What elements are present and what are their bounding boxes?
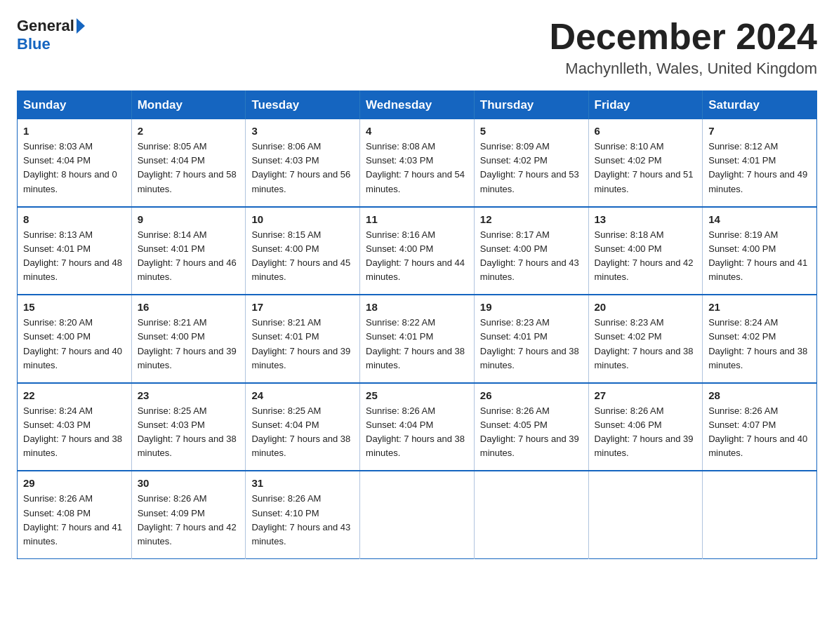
day-number: 12 — [480, 213, 583, 225]
calendar-week-row: 1 Sunrise: 8:03 AMSunset: 4:04 PMDayligh… — [18, 119, 817, 207]
calendar-day-cell: 2 Sunrise: 8:05 AMSunset: 4:04 PMDayligh… — [131, 119, 246, 207]
day-info: Sunrise: 8:21 AMSunset: 4:00 PMDaylight:… — [138, 317, 237, 370]
logo: General Blue — [17, 17, 87, 53]
day-info: Sunrise: 8:26 AMSunset: 4:08 PMDaylight:… — [23, 493, 122, 546]
day-number: 22 — [23, 389, 126, 401]
day-info: Sunrise: 8:19 AMSunset: 4:00 PMDaylight:… — [708, 229, 807, 282]
calendar-day-cell: 10 Sunrise: 8:15 AMSunset: 4:00 PMDaylig… — [246, 207, 360, 295]
day-number: 7 — [708, 125, 811, 137]
calendar-day-cell — [474, 471, 588, 558]
calendar-day-cell: 8 Sunrise: 8:13 AMSunset: 4:01 PMDayligh… — [18, 207, 132, 295]
day-info: Sunrise: 8:20 AMSunset: 4:00 PMDaylight:… — [23, 317, 122, 370]
day-info: Sunrise: 8:23 AMSunset: 4:02 PMDaylight:… — [595, 317, 694, 370]
calendar-day-cell: 4 Sunrise: 8:08 AMSunset: 4:03 PMDayligh… — [360, 119, 475, 207]
day-info: Sunrise: 8:16 AMSunset: 4:00 PMDaylight:… — [366, 229, 465, 282]
calendar-day-cell: 30 Sunrise: 8:26 AMSunset: 4:09 PMDaylig… — [131, 471, 246, 558]
calendar-day-cell — [588, 471, 703, 558]
day-number: 21 — [708, 301, 811, 313]
day-info: Sunrise: 8:06 AMSunset: 4:03 PMDaylight:… — [251, 141, 350, 194]
day-number: 9 — [138, 213, 240, 225]
day-number: 10 — [251, 213, 354, 225]
day-number: 1 — [23, 125, 126, 137]
day-info: Sunrise: 8:23 AMSunset: 4:01 PMDaylight:… — [480, 317, 579, 370]
day-info: Sunrise: 8:22 AMSunset: 4:01 PMDaylight:… — [366, 317, 465, 370]
day-number: 16 — [138, 301, 240, 313]
day-number: 23 — [138, 389, 240, 401]
calendar-table: Sunday Monday Tuesday Wednesday Thursday… — [17, 90, 817, 559]
col-friday: Friday — [588, 91, 703, 120]
day-info: Sunrise: 8:10 AMSunset: 4:02 PMDaylight:… — [595, 141, 694, 194]
calendar-day-cell: 23 Sunrise: 8:25 AMSunset: 4:03 PMDaylig… — [131, 383, 246, 471]
calendar-day-cell: 14 Sunrise: 8:19 AMSunset: 4:00 PMDaylig… — [703, 207, 817, 295]
day-info: Sunrise: 8:03 AMSunset: 4:04 PMDaylight:… — [23, 141, 117, 194]
day-number: 6 — [595, 125, 697, 137]
day-number: 26 — [480, 389, 583, 401]
col-saturday: Saturday — [703, 91, 817, 120]
page-header: General Blue December 2024 Machynlleth, … — [17, 17, 817, 78]
day-info: Sunrise: 8:24 AMSunset: 4:02 PMDaylight:… — [708, 317, 807, 370]
calendar-day-cell: 18 Sunrise: 8:22 AMSunset: 4:01 PMDaylig… — [360, 295, 475, 383]
col-tuesday: Tuesday — [246, 91, 360, 120]
day-number: 24 — [251, 389, 354, 401]
calendar-day-cell: 5 Sunrise: 8:09 AMSunset: 4:02 PMDayligh… — [474, 119, 588, 207]
calendar-day-cell: 9 Sunrise: 8:14 AMSunset: 4:01 PMDayligh… — [131, 207, 246, 295]
calendar-day-cell: 13 Sunrise: 8:18 AMSunset: 4:00 PMDaylig… — [588, 207, 703, 295]
day-info: Sunrise: 8:18 AMSunset: 4:00 PMDaylight:… — [595, 229, 694, 282]
col-sunday: Sunday — [18, 91, 132, 120]
logo-general-text: General — [17, 17, 74, 35]
calendar-day-cell: 15 Sunrise: 8:20 AMSunset: 4:00 PMDaylig… — [18, 295, 132, 383]
day-number: 29 — [23, 477, 126, 489]
calendar-day-cell: 29 Sunrise: 8:26 AMSunset: 4:08 PMDaylig… — [18, 471, 132, 558]
day-number: 3 — [251, 125, 354, 137]
day-number: 2 — [138, 125, 240, 137]
calendar-day-cell: 17 Sunrise: 8:21 AMSunset: 4:01 PMDaylig… — [246, 295, 360, 383]
day-number: 27 — [595, 389, 697, 401]
calendar-week-row: 8 Sunrise: 8:13 AMSunset: 4:01 PMDayligh… — [18, 207, 817, 295]
day-info: Sunrise: 8:26 AMSunset: 4:06 PMDaylight:… — [595, 405, 694, 458]
calendar-day-cell: 11 Sunrise: 8:16 AMSunset: 4:00 PMDaylig… — [360, 207, 475, 295]
calendar-day-cell: 3 Sunrise: 8:06 AMSunset: 4:03 PMDayligh… — [246, 119, 360, 207]
day-number: 5 — [480, 125, 583, 137]
day-info: Sunrise: 8:26 AMSunset: 4:07 PMDaylight:… — [708, 405, 807, 458]
calendar-week-row: 29 Sunrise: 8:26 AMSunset: 4:08 PMDaylig… — [18, 471, 817, 558]
calendar-header-row: Sunday Monday Tuesday Wednesday Thursday… — [18, 91, 817, 120]
calendar-day-cell: 12 Sunrise: 8:17 AMSunset: 4:00 PMDaylig… — [474, 207, 588, 295]
calendar-day-cell: 21 Sunrise: 8:24 AMSunset: 4:02 PMDaylig… — [703, 295, 817, 383]
day-number: 19 — [480, 301, 583, 313]
month-title: December 2024 — [549, 17, 817, 57]
day-number: 25 — [366, 389, 468, 401]
day-number: 18 — [366, 301, 468, 313]
day-info: Sunrise: 8:15 AMSunset: 4:00 PMDaylight:… — [251, 229, 350, 282]
day-info: Sunrise: 8:12 AMSunset: 4:01 PMDaylight:… — [708, 141, 807, 194]
day-info: Sunrise: 8:14 AMSunset: 4:01 PMDaylight:… — [138, 229, 237, 282]
calendar-day-cell: 31 Sunrise: 8:26 AMSunset: 4:10 PMDaylig… — [246, 471, 360, 558]
day-number: 20 — [595, 301, 697, 313]
day-info: Sunrise: 8:26 AMSunset: 4:04 PMDaylight:… — [366, 405, 465, 458]
day-number: 14 — [708, 213, 811, 225]
day-info: Sunrise: 8:13 AMSunset: 4:01 PMDaylight:… — [23, 229, 122, 282]
day-number: 13 — [595, 213, 697, 225]
day-info: Sunrise: 8:26 AMSunset: 4:05 PMDaylight:… — [480, 405, 579, 458]
calendar-day-cell — [360, 471, 475, 558]
day-number: 11 — [366, 213, 468, 225]
day-info: Sunrise: 8:05 AMSunset: 4:04 PMDaylight:… — [138, 141, 237, 194]
day-info: Sunrise: 8:25 AMSunset: 4:03 PMDaylight:… — [138, 405, 237, 458]
calendar-day-cell: 19 Sunrise: 8:23 AMSunset: 4:01 PMDaylig… — [474, 295, 588, 383]
day-number: 15 — [23, 301, 126, 313]
calendar-day-cell: 20 Sunrise: 8:23 AMSunset: 4:02 PMDaylig… — [588, 295, 703, 383]
calendar-day-cell: 26 Sunrise: 8:26 AMSunset: 4:05 PMDaylig… — [474, 383, 588, 471]
day-number: 8 — [23, 213, 126, 225]
calendar-day-cell: 24 Sunrise: 8:25 AMSunset: 4:04 PMDaylig… — [246, 383, 360, 471]
calendar-day-cell: 6 Sunrise: 8:10 AMSunset: 4:02 PMDayligh… — [588, 119, 703, 207]
day-info: Sunrise: 8:26 AMSunset: 4:09 PMDaylight:… — [138, 493, 237, 546]
day-info: Sunrise: 8:26 AMSunset: 4:10 PMDaylight:… — [251, 493, 350, 546]
day-number: 17 — [251, 301, 354, 313]
col-monday: Monday — [131, 91, 246, 120]
col-thursday: Thursday — [474, 91, 588, 120]
calendar-week-row: 22 Sunrise: 8:24 AMSunset: 4:03 PMDaylig… — [18, 383, 817, 471]
day-info: Sunrise: 8:09 AMSunset: 4:02 PMDaylight:… — [480, 141, 579, 194]
calendar-day-cell: 25 Sunrise: 8:26 AMSunset: 4:04 PMDaylig… — [360, 383, 475, 471]
day-number: 28 — [708, 389, 811, 401]
day-number: 4 — [366, 125, 468, 137]
calendar-day-cell: 22 Sunrise: 8:24 AMSunset: 4:03 PMDaylig… — [18, 383, 132, 471]
